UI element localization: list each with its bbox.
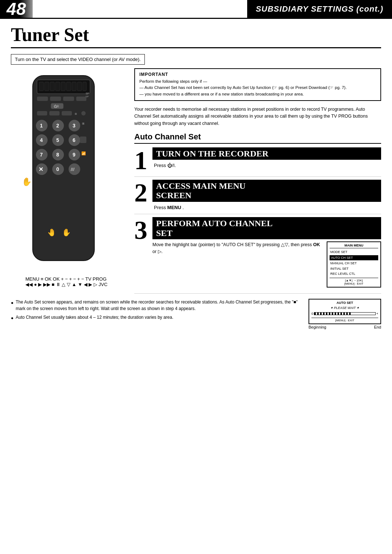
svg-rect-21 bbox=[62, 111, 72, 115]
main-menu-screen: MAIN MENU MODE SET AUTO CH SET MANUAL CH… bbox=[327, 241, 381, 288]
svg-text:///: /// bbox=[71, 167, 75, 172]
bullet-dot-2: ● bbox=[11, 315, 13, 321]
svg-text:9: 9 bbox=[73, 152, 75, 158]
page-title-area: Tuner Set Turn on the TV and select the … bbox=[0, 19, 392, 68]
svg-text:4: 4 bbox=[40, 137, 43, 143]
menu-item-mode-set: MODE SET bbox=[330, 249, 378, 255]
step-2-number-col: 2 bbox=[134, 180, 152, 211]
bullet-dot-1: ● bbox=[11, 300, 13, 312]
beginning-label: Beginning bbox=[309, 325, 326, 329]
svg-text:1: 1 bbox=[40, 123, 43, 129]
svg-rect-6 bbox=[61, 82, 65, 91]
remote-control-svg: SP EP ⏻/I ⊞ bbox=[25, 72, 102, 275]
svg-text:5: 5 bbox=[56, 137, 59, 143]
screen-footer: [▲▼] → [OK][MENU] : EXIT bbox=[330, 278, 378, 285]
step-1-title-bg: TURN ON THE RECORDER bbox=[152, 147, 381, 160]
step-3-content: PERFORM AUTO CHANNELSET Move the highlig… bbox=[152, 217, 381, 290]
svg-text:0: 0 bbox=[56, 166, 59, 172]
step-2-number: 2 bbox=[134, 180, 152, 206]
step-2-title-bg: ACCESS MAIN MENUSCREEN bbox=[152, 180, 381, 202]
main-content: SP EP ⏻/I ⊞ bbox=[0, 68, 392, 297]
svg-text:✕: ✕ bbox=[38, 166, 43, 172]
svg-text:6: 6 bbox=[73, 137, 75, 143]
bullet-1: ● The Auto Set screen appears, and remai… bbox=[11, 299, 303, 312]
svg-text:⏻/I: ⏻/I bbox=[54, 105, 59, 108]
remote-illustration: SP EP ⏻/I ⊞ bbox=[11, 72, 127, 287]
progress-start-label: 0 bbox=[311, 312, 313, 315]
svg-point-23 bbox=[81, 111, 86, 115]
svg-rect-9 bbox=[77, 82, 82, 91]
page-header: 48 SUBSIDIARY SETTINGS (cont.) bbox=[0, 0, 392, 19]
right-column: IMPORTANT Perform the following steps on… bbox=[134, 68, 381, 297]
step-2-block: 2 ACCESS MAIN MENUSCREEN Press MENU . bbox=[134, 180, 381, 214]
svg-text:2: 2 bbox=[56, 123, 59, 129]
svg-rect-8 bbox=[72, 82, 76, 91]
autoset-footer: [MENU] : EXIT bbox=[311, 318, 378, 322]
page-number: 48 bbox=[0, 0, 33, 18]
svg-rect-2 bbox=[39, 82, 44, 91]
menu-item-initial-set: INITIAL SET bbox=[330, 266, 378, 272]
step-3-block: 3 PERFORM AUTO CHANNELSET Move the highl… bbox=[134, 217, 381, 294]
svg-rect-15 bbox=[63, 97, 74, 101]
svg-rect-5 bbox=[56, 82, 60, 91]
svg-rect-13 bbox=[37, 97, 48, 101]
step-3-title-bg: PERFORM AUTO CHANNELSET bbox=[152, 217, 381, 239]
autoset-please-wait: ✦ PLEASE WAIT ✦ bbox=[311, 306, 378, 310]
autoset-screen: AUTO SET ✦ PLEASE WAIT ✦ 0 + [MENU] : EX… bbox=[309, 299, 381, 324]
step-1-title: TURN ON THE RECORDER bbox=[156, 149, 377, 158]
step-3-number-col: 3 bbox=[134, 217, 152, 290]
step-1-number: 1 bbox=[134, 147, 152, 174]
autoset-title: AUTO SET bbox=[311, 301, 378, 305]
bullet-2-text: Auto Channel Set usually takes about 4 –… bbox=[16, 314, 173, 321]
bottom-section: ● The Auto Set screen appears, and remai… bbox=[0, 299, 392, 329]
important-label: IMPORTANT bbox=[139, 72, 376, 77]
menu-item-manual-ch-set: MANUAL CH SET bbox=[330, 261, 378, 266]
important-box: IMPORTANT Perform the following steps on… bbox=[134, 68, 381, 101]
intro-instruction: Turn on the TV and select the VIDEO chan… bbox=[11, 54, 145, 65]
svg-rect-4 bbox=[50, 82, 54, 91]
svg-text:SP: SP bbox=[86, 92, 89, 95]
step-3-detail: Move the highlight bar (pointer) to "AUT… bbox=[152, 241, 381, 290]
important-text: Perform the following steps only if — — … bbox=[139, 78, 376, 97]
step-3-number: 3 bbox=[134, 217, 152, 243]
bullet-2: ● Auto Channel Set usually takes about 4… bbox=[11, 314, 303, 321]
svg-text:8: 8 bbox=[56, 152, 59, 158]
intro-paragraph: Your recorder needs to memorise all nece… bbox=[134, 106, 381, 127]
svg-rect-16 bbox=[76, 97, 86, 101]
screen-title: MAIN MENU bbox=[330, 244, 378, 248]
svg-rect-3 bbox=[45, 82, 49, 91]
bullet-1-text: The Auto Set screen appears, and remains… bbox=[16, 299, 303, 312]
svg-text:📶: 📶 bbox=[81, 151, 86, 156]
step-1-number-col: 1 bbox=[134, 147, 152, 174]
menu-item-auto-ch-set: AUTO CH SET bbox=[330, 255, 378, 261]
step-1-block: 1 TURN ON THE RECORDER Press ⏻/I. bbox=[134, 147, 381, 177]
svg-rect-7 bbox=[66, 82, 71, 91]
progress-bar bbox=[314, 312, 376, 315]
menu-item-rec-level: REC LEVEL CTL bbox=[330, 271, 378, 277]
svg-text:⊞: ⊞ bbox=[75, 113, 77, 115]
svg-rect-37 bbox=[80, 137, 86, 143]
left-column: SP EP ⏻/I ⊞ bbox=[11, 68, 127, 297]
step-2-title: ACCESS MAIN MENUSCREEN bbox=[156, 181, 377, 200]
section-heading: Auto Channel Set bbox=[134, 132, 381, 144]
step-1-content: TURN ON THE RECORDER Press ⏻/I. bbox=[152, 147, 381, 174]
svg-text:3: 3 bbox=[73, 123, 75, 129]
step-2-content: ACCESS MAIN MENUSCREEN Press MENU . bbox=[152, 180, 381, 211]
svg-rect-20 bbox=[49, 111, 60, 115]
autoset-progress: 0 + bbox=[311, 312, 378, 315]
step-3-text: Move the highlight bar (pointer) to "AUT… bbox=[152, 241, 322, 290]
svg-text:⊞: ⊞ bbox=[82, 122, 85, 125]
svg-rect-14 bbox=[50, 97, 61, 101]
step-3-title: PERFORM AUTO CHANNELSET bbox=[156, 219, 377, 238]
svg-text:7: 7 bbox=[40, 152, 43, 158]
progress-end-label: + bbox=[376, 312, 378, 315]
step-3-screen: MAIN MENU MODE SET AUTO CH SET MANUAL CH… bbox=[327, 241, 381, 290]
chapter-title: SUBSIDIARY SETTINGS (cont.) bbox=[247, 0, 392, 18]
step-1-instruction: Press ⏻/I. bbox=[152, 162, 381, 169]
svg-rect-19 bbox=[37, 111, 47, 115]
page-title: Tuner Set bbox=[11, 25, 381, 48]
end-label: End bbox=[374, 325, 381, 329]
svg-rect-10 bbox=[83, 82, 86, 91]
bottom-right: AUTO SET ✦ PLEASE WAIT ✦ 0 + [MENU] : EX… bbox=[309, 299, 381, 329]
bottom-left: ● The Auto Set screen appears, and remai… bbox=[11, 299, 303, 329]
